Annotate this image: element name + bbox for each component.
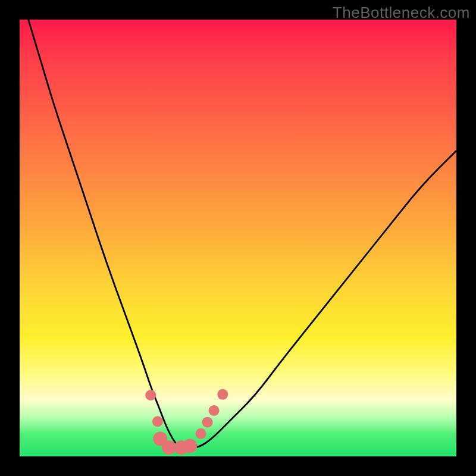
plot-area bbox=[20, 20, 456, 456]
watermark-text: TheBottleneck.com bbox=[333, 4, 470, 22]
chart-frame: TheBottleneck.com bbox=[0, 0, 476, 476]
